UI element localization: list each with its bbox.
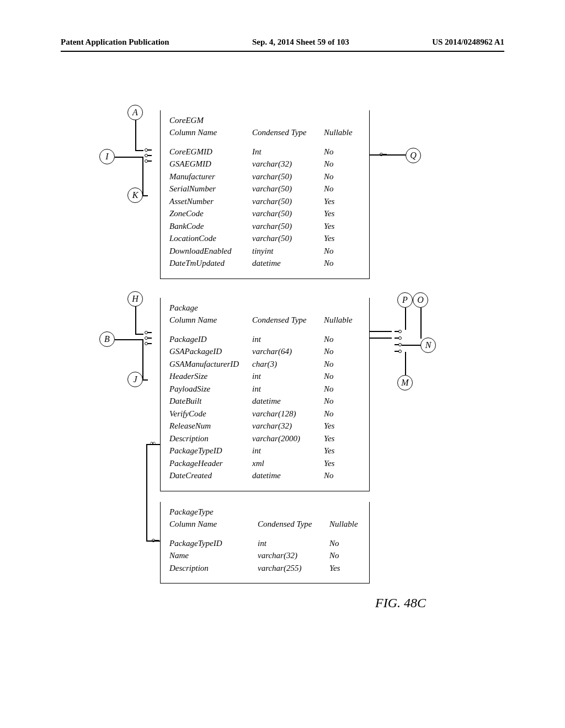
- table-row: PayloadSize int No: [169, 383, 360, 395]
- table-package: Package Column Name Condensed Type Nulla…: [160, 298, 370, 491]
- key-icon: [395, 336, 402, 340]
- cell-nullable: Yes: [324, 457, 357, 470]
- table-row: ReleaseNum varchar(32) Yes: [169, 420, 360, 432]
- cell-type: varchar(50): [252, 207, 324, 220]
- cell-type: varchar(32): [252, 158, 324, 170]
- cell-name: Name: [169, 549, 258, 562]
- table-row: Description varchar(2000) Yes: [169, 432, 360, 445]
- cell-nullable: No: [324, 345, 357, 358]
- connector: [405, 352, 406, 375]
- col-nullable: Nullable: [329, 518, 363, 531]
- col-type: Condensed Type: [252, 126, 324, 139]
- cell-name: VerifyCode: [169, 408, 252, 420]
- cell-name: LocationCode: [169, 232, 252, 245]
- cell-nullable: Yes: [324, 432, 357, 445]
- key-icon: [145, 336, 151, 340]
- key-icon: [145, 148, 151, 152]
- cell-nullable: Yes: [329, 562, 363, 575]
- cell-type: xml: [252, 457, 324, 470]
- table-row: DateBuilt datetime No: [169, 395, 360, 408]
- cell-type: datetime: [252, 257, 324, 270]
- table-body: PackageID int No GSAPackageID varchar(64…: [169, 333, 360, 482]
- cell-name: GSAEGMID: [169, 158, 252, 170]
- table-header-row: Column Name Condensed Type Nullable: [169, 518, 360, 531]
- col-name: Column Name: [169, 314, 252, 326]
- table-body: CoreEGMID Int No GSAEGMID varchar(32) No…: [169, 146, 360, 270]
- cell-type: varchar(32): [258, 549, 329, 562]
- figure-label: FIG. 48C: [375, 596, 426, 611]
- table-row: DownloadEnabled tinyint No: [169, 245, 360, 258]
- key-icon: [145, 154, 151, 157]
- cell-name: PayloadSize: [169, 383, 252, 395]
- key-icon: [395, 330, 402, 333]
- connector: [115, 157, 142, 158]
- cell-nullable: No: [324, 170, 357, 183]
- table-row: ZoneCode varchar(50) Yes: [169, 207, 360, 220]
- cell-name: ZoneCode: [169, 207, 252, 220]
- cell-type: varchar(2000): [252, 432, 324, 445]
- connector: [405, 308, 406, 330]
- key-icon: [152, 539, 158, 542]
- cell-nullable: Yes: [324, 420, 357, 432]
- connector: [135, 334, 143, 335]
- connector: [142, 195, 148, 196]
- cell-name: Description: [169, 562, 258, 575]
- cell-name: SerialNumber: [169, 183, 252, 195]
- key-icon: [145, 342, 151, 345]
- cell-name: PackageTypeID: [169, 537, 258, 550]
- ref-circle-N: N: [420, 338, 436, 353]
- table-row: SerialNumber varchar(50) No: [169, 183, 360, 195]
- cell-nullable: Yes: [324, 195, 357, 208]
- cell-nullable: Yes: [324, 220, 357, 233]
- col-nullable: Nullable: [324, 314, 357, 326]
- connector: [370, 154, 406, 156]
- cell-name: ReleaseNum: [169, 420, 252, 432]
- cell-name: DateTmUpdated: [169, 257, 252, 270]
- cell-name: CoreEGMID: [169, 146, 252, 158]
- ref-circle-P: P: [397, 292, 413, 308]
- col-name: Column Name: [169, 518, 258, 531]
- cell-type: int: [252, 383, 324, 395]
- ref-circle-M: M: [397, 375, 413, 390]
- table-title: PackageType: [169, 507, 360, 517]
- ref-circle-H: H: [127, 291, 143, 307]
- cell-name: PackageHeader: [169, 457, 252, 470]
- table-header-row: Column Name Condensed Type Nullable: [169, 126, 360, 139]
- table-row: VerifyCode varchar(128) No: [169, 408, 360, 420]
- header-rule: [61, 51, 504, 52]
- cell-name: DownloadEnabled: [169, 245, 252, 258]
- cell-type: int: [252, 445, 324, 457]
- cell-name: DateCreated: [169, 469, 252, 482]
- table-row: BankCode varchar(50) Yes: [169, 220, 360, 233]
- cell-type: int: [258, 537, 329, 550]
- key-icon: [380, 153, 386, 156]
- table-row: LocationCode varchar(50) Yes: [169, 232, 360, 245]
- table-row: GSAEGMID varchar(32) No: [169, 158, 360, 170]
- connector: [135, 306, 136, 334]
- cell-type: varchar(128): [252, 408, 324, 420]
- cell-type: tinyint: [252, 245, 324, 258]
- header-center: Sep. 4, 2014 Sheet 59 of 103: [252, 38, 349, 47]
- connector: [135, 150, 143, 151]
- cell-type: varchar(50): [252, 220, 324, 233]
- cell-nullable: Yes: [324, 207, 357, 220]
- cell-type: varchar(50): [252, 232, 324, 245]
- cell-nullable: Yes: [324, 445, 357, 457]
- cell-nullable: No: [324, 158, 357, 170]
- col-type: Condensed Type: [258, 518, 329, 531]
- cell-nullable: No: [324, 358, 357, 371]
- table-row: PackageTypeID int No: [169, 537, 360, 550]
- connector: [142, 339, 143, 380]
- cell-type: int: [252, 333, 324, 346]
- cell-nullable: No: [324, 183, 357, 195]
- cell-type: char(3): [252, 358, 324, 371]
- cell-nullable: No: [329, 549, 363, 562]
- cell-nullable: No: [324, 146, 357, 158]
- table-row: DateTmUpdated datetime No: [169, 257, 360, 270]
- table-row: AssetNumber varchar(50) Yes: [169, 195, 360, 208]
- table-title: Package: [169, 303, 360, 313]
- table-row: GSAPackageID varchar(64) No: [169, 345, 360, 358]
- connector: [370, 331, 392, 332]
- cell-type: int: [252, 370, 324, 383]
- col-nullable: Nullable: [324, 126, 357, 139]
